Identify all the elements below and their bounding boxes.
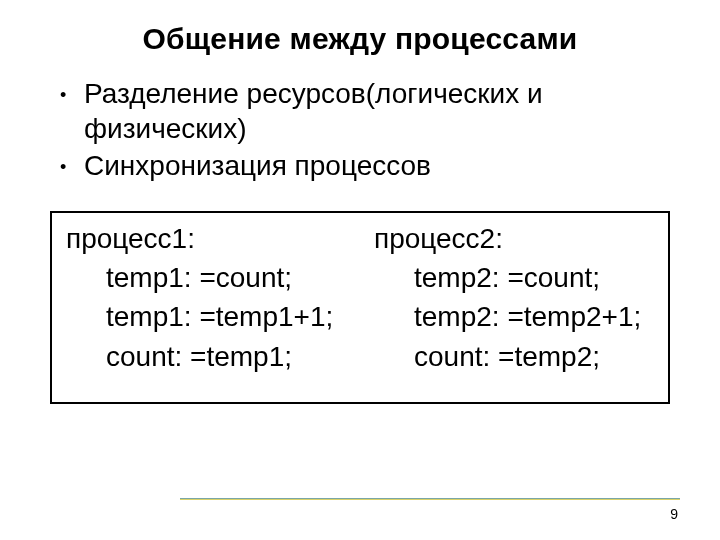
- bullet-icon: •: [60, 76, 84, 107]
- page-number: 9: [670, 506, 678, 522]
- code-header: процесс1:: [66, 219, 360, 258]
- code-line: temp1: =count;: [66, 258, 360, 297]
- code-line: temp1: =temp1+1;: [66, 297, 360, 336]
- slide-title: Общение между процессами: [0, 0, 720, 56]
- code-line: count: =temp1;: [66, 337, 360, 376]
- code-line: temp2: =temp2+1;: [374, 297, 668, 336]
- list-item: • Синхронизация процессов: [60, 148, 660, 183]
- code-col-left: процесс1: temp1: =count; temp1: =temp1+1…: [52, 219, 360, 376]
- code-header: процесс2:: [374, 219, 668, 258]
- divider-line: [180, 498, 680, 500]
- bullet-text: Синхронизация процессов: [84, 148, 660, 183]
- bullet-list: • Разделение ресурсов(логических и физич…: [60, 76, 660, 183]
- code-col-right: процесс2: temp2: =count; temp2: =temp2+1…: [360, 219, 668, 376]
- bullet-icon: •: [60, 148, 84, 179]
- slide: Общение между процессами • Разделение ре…: [0, 0, 720, 540]
- list-item: • Разделение ресурсов(логических и физич…: [60, 76, 660, 146]
- bullet-text: Разделение ресурсов(логических и физичес…: [84, 76, 660, 146]
- code-line: temp2: =count;: [374, 258, 668, 297]
- code-line: count: =temp2;: [374, 337, 668, 376]
- code-box: процесс1: temp1: =count; temp1: =temp1+1…: [50, 211, 670, 404]
